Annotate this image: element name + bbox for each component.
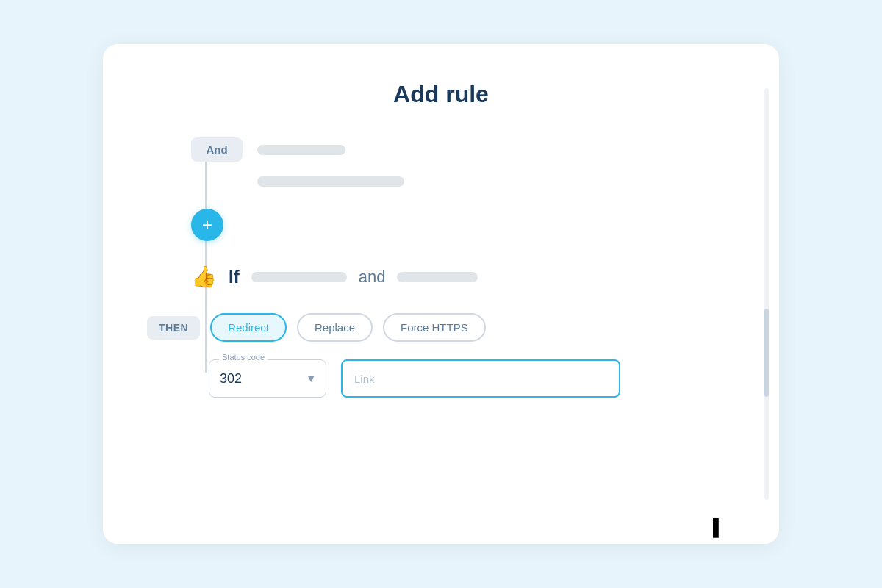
page-title: Add rule	[147, 81, 735, 108]
condition-placeholder-2	[257, 176, 404, 187]
add-button-row: +	[191, 209, 223, 241]
link-input-wrapper	[341, 359, 620, 398]
then-row: THEN Redirect Replace Force HTTPS	[147, 313, 735, 342]
plus-icon: +	[202, 216, 212, 234]
status-code-label: Status code	[219, 353, 268, 362]
status-code-wrapper: Status code 302 301 303 307 308 ▼	[209, 359, 326, 398]
then-badge: THEN	[147, 316, 200, 340]
condition-placeholder-row	[257, 176, 404, 187]
redirect-button[interactable]: Redirect	[210, 313, 287, 342]
and-connector-text: and	[359, 268, 386, 287]
scrollbar-thumb[interactable]	[764, 309, 769, 397]
connector-area: And + 👍 If and	[147, 137, 735, 313]
if-condition-placeholder-2	[397, 272, 478, 282]
replace-button[interactable]: Replace	[297, 313, 373, 342]
link-input[interactable]	[341, 359, 620, 398]
and-badge: And	[191, 137, 243, 162]
status-code-select[interactable]: 302 301 303 307 308	[209, 359, 326, 398]
main-card: Add rule And + 👍 If and THEN Redir	[103, 44, 779, 544]
scrollbar-track[interactable]	[764, 88, 769, 500]
if-condition-placeholder-1	[251, 272, 347, 282]
fields-row: Status code 302 301 303 307 308 ▼	[209, 359, 735, 398]
if-row: 👍 If and	[191, 267, 478, 287]
add-condition-button[interactable]: +	[191, 209, 223, 241]
cursor-pointer: ▌	[713, 518, 725, 537]
condition-placeholder-1	[257, 145, 345, 155]
thumbs-up-icon: 👍	[191, 267, 217, 287]
force-https-button[interactable]: Force HTTPS	[383, 313, 486, 342]
if-label: If	[229, 267, 240, 287]
vertical-line	[205, 137, 207, 373]
and-row: And	[191, 137, 345, 162]
